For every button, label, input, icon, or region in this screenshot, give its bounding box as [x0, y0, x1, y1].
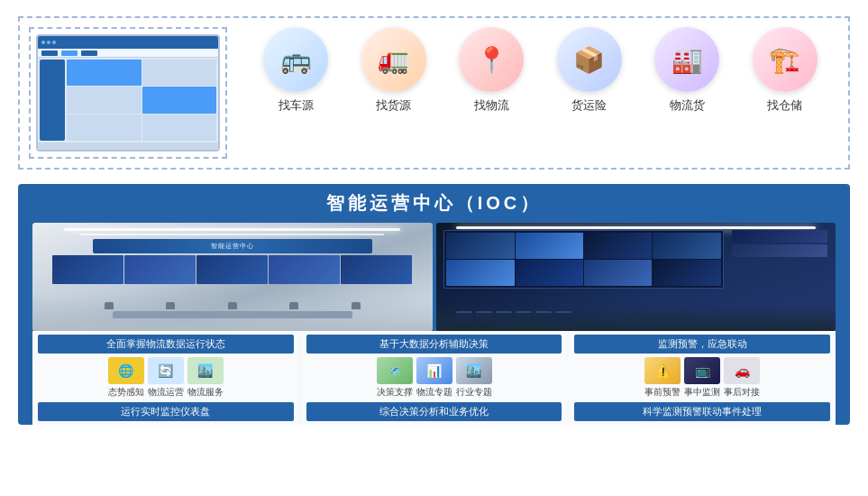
- bws-3: [584, 233, 652, 259]
- screen-nav: [38, 49, 218, 58]
- panel-label-row-0: 🌐 态势感知 🔄 物流运营 🏙️ 物流服务: [38, 357, 294, 399]
- ws-6: [555, 311, 571, 322]
- ctrl-room-visual-left: 智能运营中心: [32, 223, 433, 331]
- ws-5: [535, 311, 552, 322]
- bws-7: [584, 260, 652, 286]
- sub-icon-12: 🏙️: [456, 357, 492, 384]
- sub-icon-02: 🏙️: [187, 357, 224, 384]
- ioc-title: 智能运营中心（IOC）: [32, 191, 836, 223]
- bws-2: [516, 233, 583, 259]
- sub-label-10: 决策支撑: [377, 386, 413, 399]
- chairs-back: [105, 302, 361, 309]
- panel-header-0: 全面掌握物流数据运行状态: [38, 335, 294, 354]
- icon-item-4[interactable]: 🏭 物流货: [654, 27, 719, 114]
- bws-5: [446, 260, 514, 286]
- bws-8: [653, 260, 720, 286]
- laptop-area: [29, 27, 227, 159]
- wall-screen-1: [52, 255, 123, 284]
- laptop-screen: [38, 36, 218, 142]
- bws-1: [446, 233, 514, 259]
- screen-dot-2: [47, 41, 50, 44]
- screen-header: [38, 36, 218, 49]
- screen-cell-1: [67, 60, 142, 86]
- sub-item-12[interactable]: 🏙️ 行业专题: [456, 357, 492, 399]
- sub-label-22: 事后对接: [724, 386, 760, 399]
- sub-icon-21: 📺: [684, 357, 720, 384]
- ceiling-light-r1: [456, 226, 816, 229]
- ioc-bottom: 全面掌握物流数据运行状态 🌐 态势感知 🔄 物流运营 🏙️ 物流服务: [32, 331, 836, 425]
- icon-item-1[interactable]: 🚛 找货源: [361, 27, 426, 114]
- panel-header-2: 监测预警，应急联动: [574, 335, 830, 354]
- icon-circle-0: 🚌: [263, 27, 328, 92]
- sub-item-22[interactable]: 🚗 事后对接: [724, 357, 760, 399]
- sub-icon-10: 🗺️: [377, 357, 413, 384]
- ctrl-room-visual-right: [436, 223, 836, 331]
- sub-label-02: 物流服务: [187, 386, 224, 399]
- icon-circle-2: 📍: [459, 27, 524, 92]
- sub-item-21[interactable]: 📺 事中监测: [684, 357, 720, 399]
- icon-circle-4: 🏭: [654, 27, 719, 92]
- icon-circle-5: 🏗️: [753, 27, 818, 92]
- screen-cell-4: [142, 87, 217, 113]
- icon-circle-3: 📦: [557, 27, 622, 92]
- panel-footer-2: 科学监测预警联动事件处理: [574, 402, 830, 421]
- nav-tab-1: [41, 51, 58, 56]
- icons-area: 🚌 找车源 🚛 找货源 📍 找物流 📦 货运险 🏭 物流货: [242, 27, 839, 114]
- icons-row: 🚌 找车源 🚛 找货源 📍 找物流 📦 货运险 🏭 物流货: [242, 27, 839, 114]
- icon-item-3[interactable]: 📦 货运险: [557, 27, 622, 114]
- sub-item-00[interactable]: 🌐 态势感知: [108, 357, 144, 399]
- bws-6: [516, 260, 583, 286]
- sub-label-12: 行业专题: [456, 386, 492, 399]
- screen-cell-3: [67, 87, 142, 113]
- sub-label-20: 事前预警: [644, 386, 681, 399]
- chair-b1: [105, 302, 114, 309]
- ws-3: [496, 311, 512, 322]
- wall-banner: 智能运营中心: [93, 239, 372, 253]
- sub-item-10[interactable]: 🗺️ 决策支撑: [377, 357, 413, 399]
- icon-item-5[interactable]: 🏗️ 找仓储: [753, 27, 818, 114]
- sub-icon-00: 🌐: [108, 357, 144, 384]
- sub-icon-20: ⚠️: [644, 357, 681, 384]
- sub-item-02[interactable]: 🏙️ 物流服务: [187, 357, 224, 399]
- ioc-img-left: 智能运营中心: [32, 223, 433, 331]
- ioc-panel-1: 基于大数据分析辅助决策 🗺️ 决策支撑 📊 物流专题 🏙️ 行业专题: [301, 331, 568, 425]
- icon-label-1: 找货源: [376, 97, 411, 114]
- panel-header-1: 基于大数据分析辅助决策: [306, 335, 562, 354]
- ceiling-light-2: [80, 234, 384, 235]
- workstations: [456, 311, 816, 322]
- screen-cell-5: [67, 115, 142, 141]
- laptop-mockup: [36, 34, 220, 152]
- panel-label-row-2: ⚠️ 事前预警 📺 事中监测 🚗 事后对接: [574, 357, 830, 399]
- top-section: 🚌 找车源 🚛 找货源 📍 找物流 📦 货运险 🏭 物流货: [18, 16, 850, 170]
- icon-label-2: 找物流: [474, 97, 509, 114]
- icon-item-0[interactable]: 🚌 找车源: [263, 27, 328, 114]
- side-panel-2: [732, 244, 827, 257]
- ioc-section: 智能运营中心（IOC） 智能运营中心: [18, 184, 850, 425]
- sub-item-11[interactable]: 📊 物流专题: [416, 357, 452, 399]
- conference-table: [113, 311, 352, 318]
- sub-label-00: 态势感知: [108, 386, 144, 399]
- page-wrapper: 🚌 找车源 🚛 找货源 📍 找物流 📦 货运险 🏭 物流货: [0, 0, 868, 439]
- ioc-panel-0: 全面掌握物流数据运行状态 🌐 态势感知 🔄 物流运营 🏙️ 物流服务: [32, 331, 299, 425]
- ioc-panel-2: 监测预警，应急联动 ⚠️ 事前预警 📺 事中监测 🚗 事后对接 科学: [569, 331, 836, 425]
- chair-b3: [228, 302, 237, 309]
- screen-dot-1: [41, 41, 45, 44]
- chair-b5: [352, 302, 361, 309]
- sub-item-20[interactable]: ⚠️ 事前预警: [644, 357, 681, 399]
- panel-label-row-1: 🗺️ 决策支撑 📊 物流专题 🏙️ 行业专题: [306, 357, 562, 399]
- ws-1: [456, 311, 472, 322]
- screen-dot-3: [52, 41, 56, 44]
- wall-screen-4: [269, 255, 340, 284]
- side-panel-1: [732, 230, 827, 243]
- laptop-base: [38, 142, 218, 150]
- ceiling-light-1: [64, 228, 400, 231]
- chair-b2: [166, 302, 175, 309]
- sub-label-01: 物流运营: [148, 386, 184, 399]
- icon-label-5: 找仓储: [767, 97, 802, 114]
- sub-icon-01: 🔄: [148, 357, 184, 384]
- icon-circle-1: 🚛: [361, 27, 426, 92]
- icon-item-2[interactable]: 📍 找物流: [459, 27, 524, 114]
- wall-screen-2: [124, 255, 196, 284]
- sub-item-01[interactable]: 🔄 物流运营: [148, 357, 184, 399]
- sub-label-11: 物流专题: [416, 386, 452, 399]
